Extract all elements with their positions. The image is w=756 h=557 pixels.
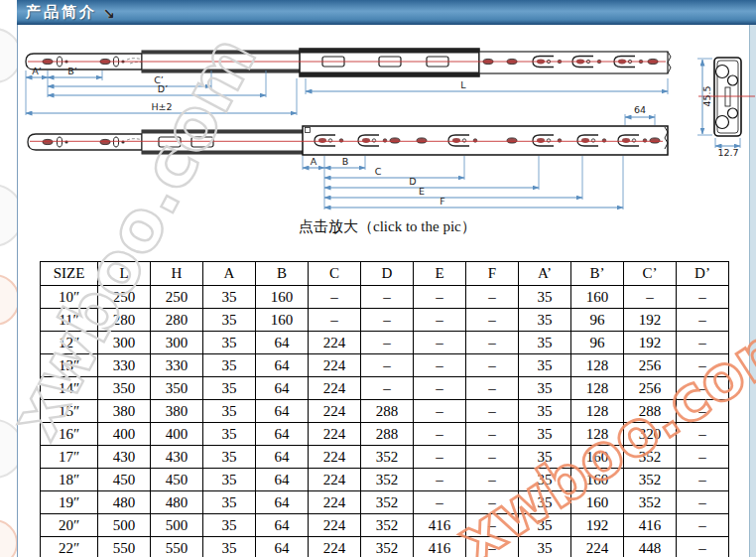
- table-cell: 224: [309, 537, 361, 557]
- dim-label-b: B: [342, 156, 349, 167]
- zoom-caption: 点击放大（click to the pic）: [299, 217, 476, 236]
- table-cell: 14″: [41, 377, 98, 400]
- table-cell: –: [361, 332, 414, 354]
- table-cell: 224: [309, 446, 361, 469]
- table-cell: 64: [256, 537, 309, 557]
- table-cell: 416: [414, 514, 466, 537]
- table-cell: 160: [571, 286, 624, 309]
- table-cell: 192: [571, 514, 624, 537]
- table-cell: 450: [151, 469, 203, 491]
- table-cell: 352: [624, 491, 677, 514]
- dim-label-d-prime: D’: [158, 83, 168, 94]
- table-cell: –: [361, 377, 414, 400]
- table-cell: –: [466, 400, 519, 423]
- table-cell: 430: [151, 446, 203, 469]
- table-cell: 64: [256, 446, 309, 469]
- table-row: 22″5505503564224352416–35224448–: [41, 537, 729, 557]
- table-cell: 96: [571, 309, 624, 332]
- table-cell: –: [677, 469, 729, 491]
- table-cell: 64: [256, 400, 309, 423]
- table-row: 11″28028035160––––3596192–: [41, 309, 729, 332]
- table-cell: 64: [256, 332, 309, 354]
- scallop-decoration: [0, 519, 17, 557]
- table-cell: 280: [151, 309, 203, 332]
- table-cell: 400: [98, 423, 151, 446]
- table-cell: 352: [361, 446, 414, 469]
- table-row: 18″4504503564224352––35160352–: [41, 469, 729, 491]
- table-row: 15″3803803564224288––35128288–: [41, 400, 729, 423]
- table-cell: 19″: [41, 491, 98, 514]
- table-cell: 250: [98, 286, 151, 309]
- dim-label-section-height: 45.5: [701, 85, 712, 106]
- table-cell: 160: [256, 286, 309, 309]
- table-cell: –: [677, 423, 729, 446]
- table-cell: 352: [361, 491, 414, 514]
- dim-label-hole-pitch: 64: [634, 104, 646, 115]
- table-cell: 352: [361, 514, 414, 537]
- column-header: E: [414, 262, 466, 286]
- table-cell: 550: [98, 537, 151, 557]
- table-cell: 35: [519, 514, 571, 537]
- table-cell: 224: [309, 354, 361, 377]
- column-header: SIZE: [41, 262, 98, 286]
- dim-label-length: L: [460, 79, 466, 90]
- table-cell: 550: [151, 537, 203, 557]
- table-cell: 160: [571, 446, 624, 469]
- table-cell: 400: [151, 423, 203, 446]
- table-cell: –: [677, 286, 729, 309]
- table-cell: 35: [203, 286, 256, 309]
- table-cell: 352: [624, 446, 677, 469]
- table-cell: –: [414, 286, 466, 309]
- table-cell: 128: [571, 354, 624, 377]
- table-cell: –: [466, 354, 519, 377]
- table-cell: 35: [519, 423, 571, 446]
- table-cell: –: [677, 309, 729, 332]
- table-cell: 64: [256, 514, 309, 537]
- table-cell: –: [677, 491, 729, 514]
- table-cell: 416: [414, 537, 466, 557]
- table-cell: 288: [361, 400, 414, 423]
- size-table: SIZELHABCDEFA’B’C’D’10″25025035160––––35…: [40, 261, 729, 557]
- table-cell: 330: [98, 354, 151, 377]
- scallop-decoration: [0, 274, 17, 326]
- table-cell: 430: [98, 446, 151, 469]
- table-cell: –: [466, 423, 519, 446]
- scallop-decoration: [0, 419, 17, 479]
- dim-label-a-prime: A’: [32, 66, 42, 76]
- table-cell: 10″: [41, 286, 98, 309]
- page: 产品简介 ↘: [0, 0, 756, 557]
- table-cell: –: [466, 286, 519, 309]
- table-cell: 35: [519, 446, 571, 469]
- table-cell: 64: [256, 469, 309, 491]
- table-cell: –: [414, 354, 466, 377]
- table-cell: 35: [203, 514, 256, 537]
- table-cell: 380: [98, 400, 151, 423]
- table-cell: –: [414, 423, 466, 446]
- table-cell: –: [414, 377, 466, 400]
- dim-label-e: E: [419, 186, 425, 197]
- table-cell: –: [414, 309, 466, 332]
- table-cell: 256: [624, 377, 677, 400]
- table-cell: 224: [571, 537, 624, 557]
- column-header: B’: [571, 262, 624, 286]
- table-cell: 17″: [41, 446, 98, 469]
- column-header: C: [309, 262, 361, 286]
- table-cell: –: [466, 446, 519, 469]
- table-cell: 20″: [41, 514, 98, 537]
- table-cell: 35: [203, 446, 256, 469]
- table-cell: –: [677, 377, 729, 400]
- column-header: C’: [624, 262, 677, 286]
- column-header: D: [361, 262, 414, 286]
- table-cell: 35: [519, 400, 571, 423]
- table-cell: 480: [98, 491, 151, 514]
- table-cell: 320: [624, 423, 677, 446]
- table-cell: –: [414, 332, 466, 354]
- table-cell: –: [677, 446, 729, 469]
- table-cell: –: [677, 514, 729, 537]
- table-cell: 416: [624, 514, 677, 537]
- table-cell: 224: [309, 332, 361, 354]
- table-cell: 352: [361, 537, 414, 557]
- table-cell: 160: [571, 469, 624, 491]
- table-cell: 18″: [41, 469, 98, 491]
- table-cell: 16″: [41, 423, 98, 446]
